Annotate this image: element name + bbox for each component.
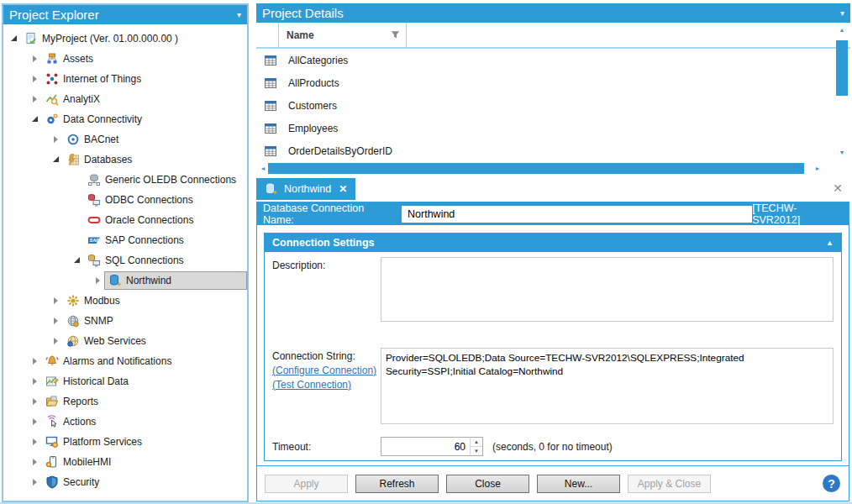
close-button[interactable]: Close xyxy=(446,475,529,493)
expander-collapsed-icon[interactable] xyxy=(29,436,41,448)
expander-expanded-icon[interactable] xyxy=(50,154,62,165)
chevron-down-icon[interactable]: ▾ xyxy=(237,10,241,19)
tree-item-web-services[interactable]: Web Services xyxy=(3,331,247,351)
tab-northwind[interactable]: Northwind ✕ xyxy=(256,178,355,200)
tree-item-odbc-connections[interactable]: ODBC Connections xyxy=(3,190,247,210)
tree-item-content[interactable]: Reports xyxy=(41,392,247,411)
tree-item-snmp[interactable]: SNMP xyxy=(3,311,247,331)
expander-collapsed-icon[interactable] xyxy=(29,73,41,85)
scroll-down-icon[interactable]: ▼ xyxy=(835,148,849,158)
expander-expanded-icon[interactable] xyxy=(8,33,20,45)
expander-collapsed-icon[interactable] xyxy=(50,315,62,327)
tree-item-content[interactable]: Actions xyxy=(41,412,247,431)
collapse-up-icon[interactable]: ▲ xyxy=(826,239,834,247)
timeout-input[interactable] xyxy=(381,438,470,455)
tree-item-content[interactable]: Generic OLEDB Connections xyxy=(83,171,247,189)
tree-item-content[interactable]: SAPSAP Connections xyxy=(83,231,247,249)
expander-collapsed-icon[interactable] xyxy=(29,456,41,468)
table-row-allcategories[interactable]: AllCategories xyxy=(256,49,850,71)
filter-funnel-icon[interactable] xyxy=(390,29,401,40)
tree-item-northwind[interactable]: Northwind xyxy=(3,270,247,291)
expander-collapsed-icon[interactable] xyxy=(29,396,41,407)
tree-item-content[interactable]: Data Connectivity xyxy=(41,110,247,129)
tree-item-content[interactable]: SQL Connections xyxy=(83,251,247,270)
tree-item-content[interactable]: AnalytiX xyxy=(41,90,247,108)
scroll-left-icon[interactable]: ◄ xyxy=(258,165,268,171)
tree-item-content[interactable]: MobileHMI xyxy=(41,453,247,471)
table-row-customers[interactable]: Customers xyxy=(256,94,850,117)
tree-item-platform-services[interactable]: Platform Services xyxy=(3,432,247,452)
expander-collapsed-icon[interactable] xyxy=(29,93,41,105)
tree-item-security[interactable]: Security xyxy=(3,472,247,492)
tree-item-content[interactable]: Databases xyxy=(62,150,247,169)
tree-item-actions[interactable]: Actions xyxy=(3,412,247,432)
tree-item-content[interactable]: Web Services xyxy=(62,332,247,350)
expander-collapsed-icon[interactable] xyxy=(29,53,41,65)
configure-connection-link[interactable]: (Configure Connection) xyxy=(272,364,381,378)
new-button[interactable]: New... xyxy=(537,475,620,493)
apply-button[interactable]: Apply xyxy=(265,475,348,493)
tree-item-content[interactable]: Internet of Things xyxy=(41,70,247,88)
expander-collapsed-icon[interactable] xyxy=(29,416,41,428)
grid-name-column-header[interactable]: Name xyxy=(279,23,407,47)
details-horizontal-scrollbar[interactable]: ◄ ► xyxy=(258,163,824,174)
expander-collapsed-icon[interactable] xyxy=(50,335,62,347)
tree-item-data-connectivity[interactable]: Data Connectivity xyxy=(3,109,247,129)
tree-item-internet-of-things[interactable]: Internet of Things xyxy=(3,69,247,89)
tree-item-content[interactable]: MyProject (Ver. 01.00.000.00 ) xyxy=(20,29,247,48)
description-textarea[interactable] xyxy=(381,257,834,322)
tree-item-oracle-connections[interactable]: Oracle Connections xyxy=(3,210,247,230)
tree-item-content[interactable]: Platform Services xyxy=(41,433,247,451)
tree-item-bacnet[interactable]: BACnet xyxy=(3,129,247,150)
test-connection-link[interactable]: (Test Connection) xyxy=(272,378,381,392)
vertical-scroll-thumb[interactable] xyxy=(836,40,848,96)
spin-down-icon[interactable]: ▼ xyxy=(471,446,482,455)
help-button[interactable]: ? xyxy=(823,475,840,492)
table-row-allproducts[interactable]: AllProducts xyxy=(256,71,850,94)
tree-item-content[interactable]: Modbus xyxy=(62,291,247,310)
apply-close-button[interactable]: Apply & Close xyxy=(628,475,711,493)
chevron-down-icon[interactable]: ▾ xyxy=(840,8,844,18)
tree-item-sql-connections[interactable]: SQL Connections xyxy=(3,250,247,270)
editor-close-icon[interactable]: ✕ xyxy=(833,181,843,195)
tree-item-content[interactable]: Oracle Connections xyxy=(83,211,247,229)
tree-item-content[interactable]: SNMP xyxy=(62,312,247,330)
scroll-up-icon[interactable]: ▲ xyxy=(835,25,849,35)
table-row-orderdetailsbyorderid[interactable]: OrderDetailsByOrderID xyxy=(256,139,850,162)
tab-close-icon[interactable]: ✕ xyxy=(339,183,347,195)
horizontal-scroll-thumb[interactable] xyxy=(268,163,804,174)
expander-collapsed-icon[interactable] xyxy=(92,275,104,286)
tree-item-mobilehmi[interactable]: MobileHMI xyxy=(3,452,247,472)
connection-string-textarea[interactable]: Provider=SQLOLEDB;Data Source=TECHW-SVR2… xyxy=(381,348,834,424)
tree-item-databases[interactable]: Databases xyxy=(3,150,247,170)
tree-item-content[interactable]: ODBC Connections xyxy=(83,191,247,209)
tree-item-myproject-ver-01-00-000-00[interactable]: MyProject (Ver. 01.00.000.00 ) xyxy=(3,29,247,49)
expander-collapsed-icon[interactable] xyxy=(50,295,62,307)
scroll-right-icon[interactable]: ► xyxy=(813,165,823,171)
table-row-employees[interactable]: Employees xyxy=(256,117,850,139)
spin-up-icon[interactable]: ▲ xyxy=(471,438,482,446)
tree-item-assets[interactable]: Assets xyxy=(3,49,247,69)
connection-settings-header[interactable]: Connection Settings ▲ xyxy=(265,234,841,252)
expander-collapsed-icon[interactable] xyxy=(50,134,62,145)
tree-item-reports[interactable]: Reports xyxy=(3,391,247,412)
tree-item-content[interactable]: Security xyxy=(41,473,247,491)
tree-item-modbus[interactable]: Modbus xyxy=(3,291,247,311)
tree-item-content[interactable]: Alarms and Notifications xyxy=(41,352,247,370)
tree-item-generic-oledb-connections[interactable]: Generic OLEDB Connections xyxy=(3,170,247,190)
tree-item-content[interactable]: Assets xyxy=(41,50,247,68)
tree-item-historical-data[interactable]: Historical Data xyxy=(3,371,247,391)
expander-collapsed-icon[interactable] xyxy=(29,355,41,367)
details-vertical-scrollbar[interactable]: ▲ ▼ xyxy=(835,25,849,158)
tree-item-sap-connections[interactable]: SAPSAP Connections xyxy=(3,230,247,250)
expander-expanded-icon[interactable] xyxy=(71,255,83,266)
tree-item-alarms-and-notifications[interactable]: Alarms and Notifications xyxy=(3,351,247,371)
connection-name-input[interactable] xyxy=(402,206,752,223)
refresh-button[interactable]: Refresh xyxy=(355,475,439,493)
tree-item-content[interactable]: Historical Data xyxy=(41,372,247,391)
expander-expanded-icon[interactable] xyxy=(29,113,41,125)
tree-item-analytix[interactable]: AnalytiX xyxy=(3,89,247,109)
expander-collapsed-icon[interactable] xyxy=(29,375,41,387)
expander-collapsed-icon[interactable] xyxy=(29,476,41,488)
tree-item-content[interactable]: Northwind xyxy=(104,271,247,290)
